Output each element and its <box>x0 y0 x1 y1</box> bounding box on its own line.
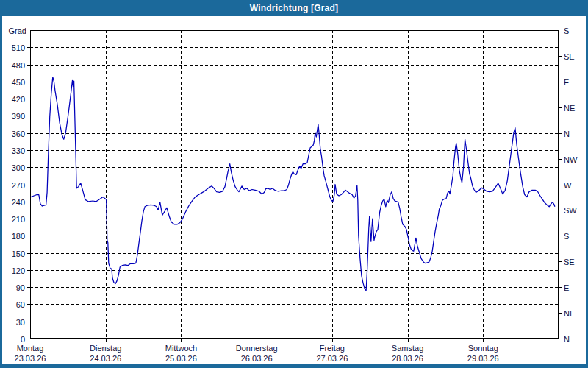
compass-tick-label: SW <box>564 206 577 215</box>
y-axis-tick-label: 300 <box>12 163 25 172</box>
y-axis-tick-label: 420 <box>12 95 25 104</box>
day-name-label: Donnerstag <box>236 344 278 353</box>
compass-tick-label: NE <box>564 104 575 113</box>
day-date-label: 23.03.26 <box>15 354 46 363</box>
day-date-label: 27.03.26 <box>316 354 348 363</box>
y-axis-tick-label: 240 <box>12 198 25 207</box>
day-date-label: 28.03.26 <box>392 354 423 363</box>
y-axis-tick-label: 450 <box>12 78 25 87</box>
y-axis-tick-label: 120 <box>12 266 25 275</box>
day-date-label: 29.03.26 <box>467 354 499 363</box>
y-axis-tick-label: 510 <box>12 43 25 52</box>
app-window: Windrichtung [Grad] 51048045042039036033… <box>0 0 588 368</box>
day-date-label: 25.03.26 <box>165 354 197 363</box>
compass-tick-label: SE <box>564 258 575 266</box>
compass-tick-label: NW <box>564 155 578 164</box>
y-axis-tick-label: 60 <box>16 300 25 309</box>
compass-tick-label: N <box>564 130 570 138</box>
compass-tick-label: SE <box>564 52 575 61</box>
y-axis-tick-label: 330 <box>12 146 25 155</box>
compass-tick-label: N <box>564 335 570 344</box>
y-axis-tick-label: 270 <box>12 181 25 190</box>
day-name-label: Sonntag <box>468 344 498 353</box>
day-name-label: Samstag <box>392 344 423 353</box>
plot-frame <box>31 31 559 339</box>
compass-tick-label: E <box>564 78 569 87</box>
wind-direction-chart: 5104804504203903603303002702402101801501… <box>0 0 588 368</box>
day-date-label: 26.03.26 <box>241 354 273 363</box>
compass-tick-label: W <box>564 181 572 190</box>
y-axis-tick-label: 210 <box>12 215 25 224</box>
day-name-label: Freitag <box>320 344 345 353</box>
day-name-label: Montag <box>17 344 44 353</box>
compass-tick-label: S <box>564 232 569 241</box>
day-name-label: Dienstag <box>90 344 121 353</box>
y-axis-tick-label: 360 <box>12 130 25 138</box>
y-axis-tick-label: 150 <box>12 250 25 258</box>
y-axis-tick-label: 480 <box>12 61 25 70</box>
compass-tick-label: S <box>564 26 569 35</box>
y-axis-tick-label: 30 <box>16 318 25 327</box>
compass-tick-label: NE <box>564 309 575 318</box>
y-axis-tick-label: 90 <box>16 283 25 292</box>
day-date-label: 24.03.26 <box>90 354 121 363</box>
day-name-label: Mittwoch <box>165 344 197 353</box>
y-axis-unit-label: Grad <box>9 26 26 35</box>
wind-direction-line <box>31 77 555 291</box>
y-axis-tick-label: 390 <box>12 112 25 121</box>
y-axis-tick-label: 180 <box>12 232 25 241</box>
y-axis-tick-label: 0 <box>21 335 25 344</box>
compass-tick-label: E <box>564 283 569 292</box>
